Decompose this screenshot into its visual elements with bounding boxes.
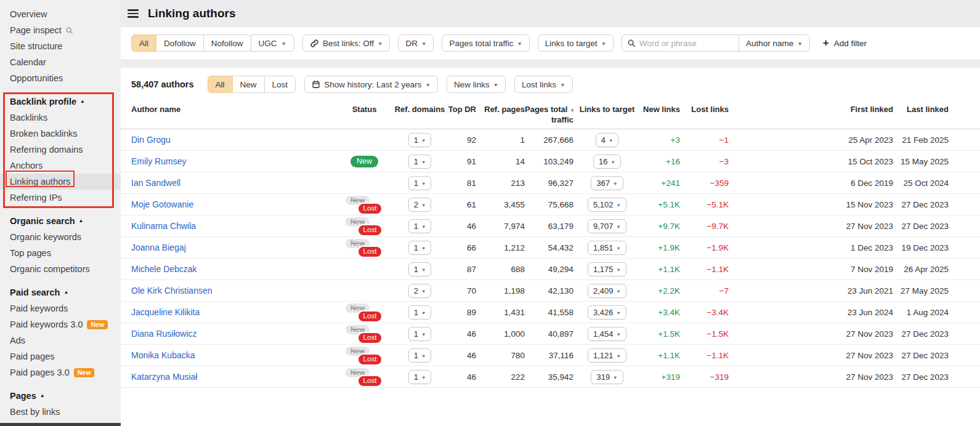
ref-domains-dropdown[interactable]: 1▼ — [408, 176, 432, 190]
links-to-target-dropdown[interactable]: 16▼ — [593, 155, 621, 169]
author-link[interactable]: Katarzyna Musiał — [131, 372, 197, 382]
links-to-target-dropdown[interactable]: Links to target ▼ — [538, 34, 614, 52]
best-links-dropdown[interactable]: Best links: Off ▼ — [302, 34, 390, 52]
chevron-down-icon: ▼ — [601, 41, 606, 47]
tab-linktype-all[interactable]: All — [131, 34, 156, 52]
links-to-target-dropdown[interactable]: 1,851▼ — [588, 241, 626, 255]
col-header-pages-total-traffic[interactable]: Pages total▼traffic — [525, 105, 573, 124]
sidebar-section-header[interactable]: Pages▲ — [0, 388, 121, 404]
links-to-target-dropdown[interactable]: 1,454▼ — [588, 327, 626, 341]
first-linked-cell: 1 Dec 2023 — [825, 243, 893, 252]
sidebar-item-paid-pages-3-0[interactable]: Paid pages 3.0New — [0, 364, 121, 380]
sidebar-section-header[interactable]: Paid search▲ — [0, 284, 121, 300]
table-header: Author nameStatusRef. domainsTop DRRef. … — [121, 100, 980, 129]
links-to-target-dropdown[interactable]: 3,426▼ — [588, 305, 626, 320]
tab-status-all[interactable]: All — [208, 76, 233, 93]
sidebar-item-ads[interactable]: Ads — [0, 332, 121, 348]
sidebar-scrollbar[interactable] — [0, 423, 121, 426]
col-header-lost-links[interactable]: Lost links — [680, 105, 729, 114]
sidebar-item-paid-pages[interactable]: Paid pages — [0, 348, 121, 364]
sidebar-item-backlinks[interactable]: Backlinks — [0, 110, 121, 126]
sidebar-item-calendar[interactable]: Calendar — [0, 54, 121, 70]
ref-domains-dropdown[interactable]: 2▼ — [408, 198, 432, 212]
sidebar-item-opportunities[interactable]: Opportunities — [0, 70, 121, 86]
links-to-target-dropdown[interactable]: 1,175▼ — [588, 262, 626, 276]
author-link[interactable]: Ole Kirk Christiansen — [131, 286, 213, 295]
links-to-target-dropdown[interactable]: 9,707▼ — [588, 219, 626, 233]
sidebar-item-organic-keywords[interactable]: Organic keywords — [0, 229, 121, 245]
links-to-target-dropdown[interactable]: 319▼ — [591, 370, 623, 384]
ref-domains-dropdown[interactable]: 1▼ — [408, 133, 432, 147]
sidebar-item-top-pages[interactable]: Top pages — [0, 245, 121, 261]
show-history-dropdown[interactable]: Show history: Last 2 years ▼ — [304, 76, 438, 93]
author-link[interactable]: Diana Rusiłowicz — [131, 329, 197, 339]
col-header-ref-domains[interactable]: Ref. domains — [393, 105, 447, 114]
col-header-ref-pages[interactable]: Ref. pages — [476, 105, 525, 114]
ref-domains-dropdown[interactable]: 1▼ — [408, 305, 432, 320]
author-link[interactable]: Moje Gotowanie — [131, 199, 193, 209]
col-header-last-linked[interactable]: Last linked — [893, 105, 949, 114]
col-header-top-dr[interactable]: Top DR — [447, 105, 476, 114]
add-filter-button[interactable]: + Add filter — [823, 39, 867, 48]
sidebar-item-organic-competitors[interactable]: Organic competitors — [0, 261, 121, 277]
col-header-links-to-target[interactable]: Links to target — [573, 105, 641, 114]
menu-icon[interactable] — [128, 9, 139, 18]
author-link[interactable]: Emily Rumsey — [131, 156, 186, 166]
tab-linktype-nofollow[interactable]: Nofollow — [203, 34, 251, 52]
lost-links-dropdown[interactable]: Lost links ▼ — [514, 76, 573, 93]
author-link[interactable]: Din Grogu — [131, 135, 171, 145]
author-link[interactable]: Monika Kubacka — [131, 350, 195, 360]
links-to-target-dropdown[interactable]: 367▼ — [591, 176, 623, 190]
author-link[interactable]: Ian Sandwell — [131, 178, 180, 188]
tab-status-lost[interactable]: Lost — [264, 76, 296, 93]
col-header-first-linked[interactable]: First linked — [825, 105, 893, 114]
sidebar-item-paid-keywords[interactable]: Paid keywords — [0, 300, 121, 316]
first-linked-cell: 7 Nov 2019 — [825, 265, 893, 274]
ref-domains-dropdown[interactable]: 1▼ — [408, 219, 432, 233]
new-links-dropdown[interactable]: New links ▼ — [447, 76, 506, 93]
pages-total-traffic-dropdown[interactable]: Pages total traffic ▼ — [442, 34, 529, 52]
author-link[interactable]: Michele Debczak — [131, 264, 197, 274]
ref-domains-dropdown[interactable]: 1▼ — [408, 327, 432, 341]
sidebar-item-page-inspect[interactable]: Page inspect — [0, 22, 121, 38]
ugc-dropdown[interactable]: UGC ▼ — [251, 34, 294, 52]
sidebar-item-referring-domains[interactable]: Referring domains — [0, 142, 121, 158]
tab-status-new[interactable]: New — [232, 76, 265, 93]
col-header-new-links[interactable]: New links — [641, 105, 680, 114]
tab-linktype-dofollow[interactable]: Dofollow — [156, 34, 204, 52]
links-to-target-dropdown[interactable]: 4▼ — [596, 133, 619, 147]
links-to-target-dropdown[interactable]: 2,409▼ — [588, 284, 626, 298]
ref-domains-dropdown[interactable]: 1▼ — [408, 262, 432, 276]
author-link[interactable]: Jacqueline Kilikita — [131, 307, 200, 317]
col-header-status[interactable]: Status — [336, 105, 393, 114]
sidebar-section-header[interactable]: Organic search▲ — [0, 213, 121, 229]
top-dr-cell: 87 — [447, 265, 476, 274]
search-field-dropdown[interactable]: Author name ▼ — [739, 35, 809, 51]
sidebar-item-anchors[interactable]: Anchors — [0, 158, 121, 174]
chevron-down-icon: ▼ — [421, 41, 426, 47]
col-header-author-name[interactable]: Author name — [131, 105, 336, 114]
author-link[interactable]: Kulinarna Chwila — [131, 221, 196, 231]
sidebar-item-site-structure[interactable]: Site structure — [0, 38, 121, 54]
search-input[interactable] — [639, 39, 732, 48]
ref-domains-dropdown[interactable]: 2▼ — [408, 284, 432, 298]
ref-domains-dropdown[interactable]: 1▼ — [408, 348, 432, 363]
ref-domains-dropdown[interactable]: 1▼ — [408, 370, 432, 384]
sidebar-item-overview[interactable]: Overview — [0, 6, 121, 22]
links-to-target-dropdown[interactable]: 5,102▼ — [588, 198, 626, 212]
links-to-target-dropdown[interactable]: 1,121▼ — [588, 348, 626, 363]
ref-domains-dropdown[interactable]: 1▼ — [408, 155, 432, 169]
links-to-target-cell: 1,454▼ — [573, 327, 641, 341]
sidebar-item-best-by-links[interactable]: Best by links — [0, 404, 121, 420]
sidebar-item-label: Paid keywords — [10, 303, 68, 313]
sidebar-item-referring-ips[interactable]: Referring IPs — [0, 190, 121, 206]
lost-links-cell: −1.9K — [680, 243, 729, 252]
sidebar-section-header[interactable]: Backlink profile▲ — [0, 94, 121, 110]
sidebar-item-paid-keywords-3-0[interactable]: Paid keywords 3.0New — [0, 316, 121, 332]
sidebar-item-broken-backlinks[interactable]: Broken backlinks — [0, 126, 121, 142]
author-link[interactable]: Joanna Biegaj — [131, 243, 186, 252]
sidebar-item-linking-authors[interactable]: Linking authors — [0, 174, 121, 190]
status-cell: NewLost — [336, 303, 393, 321]
dr-dropdown[interactable]: DR ▼ — [398, 34, 434, 52]
ref-domains-dropdown[interactable]: 1▼ — [408, 241, 432, 255]
